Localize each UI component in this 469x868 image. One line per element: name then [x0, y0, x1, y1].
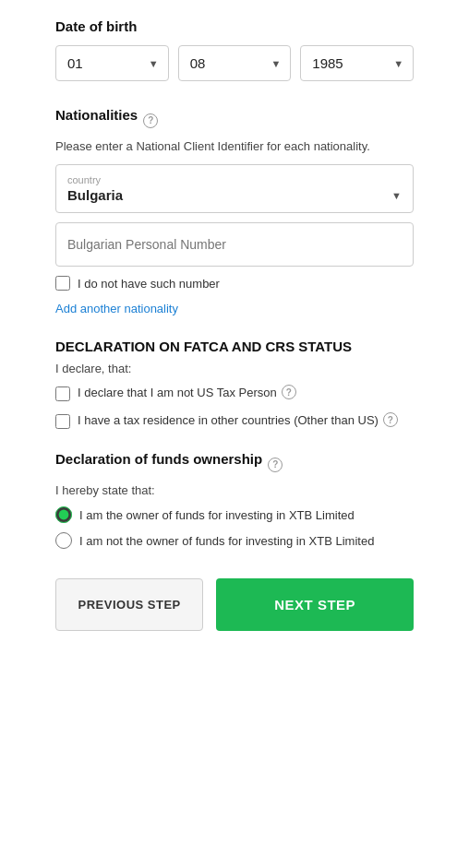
country-label: country [67, 174, 402, 185]
dob-year-chevron-icon: ▼ [393, 58, 403, 69]
country-chevron-icon: ▼ [391, 190, 402, 201]
funds-radio1[interactable] [55, 506, 72, 523]
fatca-checkbox2-label: I have a tax residence in other countrie… [78, 412, 398, 427]
fatca-declare-text: I declare, that: [55, 362, 414, 375]
fatca-checkbox1[interactable] [55, 386, 70, 401]
dob-row: 01 02 03 04 05 06 07 08 09 10 11 12 13 1… [55, 45, 414, 81]
dob-year-wrapper[interactable]: 1980 1981 1982 1983 1984 1985 1986 1987 … [300, 45, 414, 81]
funds-radio2[interactable] [55, 532, 72, 549]
funds-radio2-row: I am not the owner of funds for investin… [55, 532, 414, 549]
no-number-row: I do not have such number [55, 276, 414, 291]
country-select-row[interactable]: Bulgaria Germany France United Kingdom ▼ [67, 187, 402, 203]
dob-day-chevron-icon: ▼ [149, 58, 159, 69]
country-select[interactable]: Bulgaria Germany France United Kingdom [67, 187, 391, 203]
dob-section: Date of birth 01 02 03 04 05 06 07 08 09… [55, 18, 414, 81]
fatca-checkbox2-row: I have a tax residence in other countrie… [55, 412, 414, 429]
dob-title: Date of birth [55, 18, 414, 34]
fatca-help2-icon[interactable]: ? [383, 412, 398, 427]
fatca-checkbox2[interactable] [55, 414, 70, 429]
funds-section: Declaration of funds ownership ? I hereb… [55, 451, 414, 549]
dob-day-wrapper[interactable]: 01 02 03 04 05 06 07 08 09 10 11 12 13 1… [55, 45, 169, 81]
dob-month-select[interactable]: 01 02 03 04 05 06 07 08 09 10 11 12 [190, 55, 268, 71]
funds-title: Declaration of funds ownership [55, 451, 262, 467]
next-step-button[interactable]: NEXT STEP [216, 578, 414, 631]
fatca-checkbox1-label: I declare that I am not US Tax Person ? [78, 385, 296, 399]
funds-radio2-label: I am not the owner of funds for investin… [79, 534, 374, 548]
fatca-help1-icon[interactable]: ? [282, 385, 296, 399]
previous-step-button[interactable]: PREVIOUS STEP [55, 578, 203, 631]
no-number-label: I do not have such number [78, 277, 220, 291]
country-select-box: country Bulgaria Germany France United K… [55, 164, 414, 213]
personal-number-box[interactable] [55, 222, 414, 267]
dob-month-chevron-icon: ▼ [271, 58, 281, 69]
buttons-row: PREVIOUS STEP NEXT STEP [55, 578, 414, 631]
fatca-checkbox1-row: I declare that I am not US Tax Person ? [55, 385, 414, 401]
funds-help-icon[interactable]: ? [268, 458, 283, 472]
fatca-title: DECLARATION ON FATCA and CRS STATUS [55, 339, 414, 354]
dob-month-wrapper[interactable]: 01 02 03 04 05 06 07 08 09 10 11 12 ▼ [178, 45, 292, 81]
nationalities-header: Nationalities ? [55, 107, 414, 134]
funds-radio1-label: I am the owner of funds for investing in… [79, 508, 355, 522]
funds-state-text: I hereby state that: [55, 483, 414, 497]
funds-header: Declaration of funds ownership ? [55, 451, 414, 478]
fatca-section: DECLARATION ON FATCA and CRS STATUS I de… [55, 339, 414, 429]
dob-day-select[interactable]: 01 02 03 04 05 06 07 08 09 10 11 12 13 1… [67, 55, 145, 71]
nationalities-subtitle: Please enter a National Client Identifie… [55, 139, 414, 153]
nationalities-title: Nationalities [55, 107, 138, 123]
personal-number-input[interactable] [67, 237, 402, 252]
add-nationality-link[interactable]: Add another nationality [55, 302, 178, 315]
dob-year-select[interactable]: 1980 1981 1982 1983 1984 1985 1986 1987 … [312, 55, 390, 71]
nationalities-help-icon[interactable]: ? [143, 113, 158, 128]
nationalities-section: Nationalities ? Please enter a National … [55, 107, 414, 316]
no-number-checkbox[interactable] [55, 276, 70, 291]
funds-radio1-row: I am the owner of funds for investing in… [55, 506, 414, 523]
